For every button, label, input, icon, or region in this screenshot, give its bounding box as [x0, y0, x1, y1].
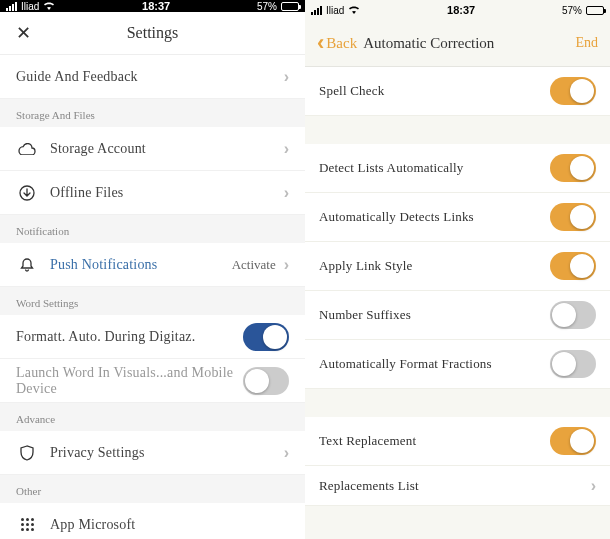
end-button[interactable]: End: [575, 35, 598, 51]
back-button[interactable]: Back: [326, 35, 357, 52]
format-auto-row: Formatt. Auto. During Digitaz.: [0, 315, 305, 359]
bell-icon: [16, 257, 38, 273]
chevron-right-icon: ›: [284, 184, 289, 202]
format-fractions-row: Automatically Format Fractions: [305, 340, 610, 389]
replacements-list-row[interactable]: Replacements List ›: [305, 466, 610, 506]
row-label: Spell Check: [319, 83, 550, 99]
chevron-right-icon: ›: [284, 68, 289, 86]
grid-icon: [16, 518, 38, 531]
launch-word-toggle[interactable]: [243, 367, 289, 395]
status-time: 18:37: [142, 0, 170, 12]
status-bar: Iliad 18:37 57%: [305, 0, 610, 20]
text-replacement-toggle[interactable]: [550, 427, 596, 455]
settings-header: ✕ Settings: [0, 12, 305, 55]
section-other: Other: [0, 475, 305, 503]
text-replacement-row: Text Replacement: [305, 417, 610, 466]
offline-files-row[interactable]: Offline Files ›: [0, 171, 305, 215]
detect-lists-row: Detect Lists Automatically: [305, 144, 610, 193]
row-label: Text Replacement: [319, 433, 550, 449]
number-suffixes-toggle[interactable]: [550, 301, 596, 329]
battery-pct: 57%: [257, 1, 277, 12]
signal-icon: [311, 6, 322, 15]
row-value: Activate: [232, 257, 276, 273]
row-label: Number Suffixes: [319, 307, 550, 323]
autocorrect-header: ‹ Back Automatic Correction End: [305, 20, 610, 67]
status-time: 18:37: [447, 4, 475, 16]
section-storage: Storage And Files: [0, 99, 305, 127]
row-label: Privacy Settings: [50, 445, 284, 461]
carrier-label: Iliad: [21, 1, 39, 12]
row-label: Guide And Feedback: [16, 69, 284, 85]
close-icon[interactable]: ✕: [16, 22, 31, 44]
detect-links-toggle[interactable]: [550, 203, 596, 231]
download-icon: [16, 185, 38, 201]
status-bar: Iliad 18:37 57%: [0, 0, 305, 12]
signal-icon: [6, 2, 17, 11]
section-gap: [305, 116, 610, 144]
battery-icon: [586, 6, 604, 15]
chevron-right-icon: ›: [591, 477, 596, 495]
format-auto-toggle[interactable]: [243, 323, 289, 351]
autocorrect-screen: Iliad 18:37 57% ‹ Back Automatic Correct…: [305, 0, 610, 539]
apply-link-style-toggle[interactable]: [550, 252, 596, 280]
battery-pct: 57%: [562, 5, 582, 16]
format-fractions-toggle[interactable]: [550, 350, 596, 378]
spell-check-toggle[interactable]: [550, 77, 596, 105]
row-label: Launch Word In Visuals...and Mobile Devi…: [16, 365, 243, 397]
chevron-right-icon: ›: [284, 256, 289, 274]
carrier-label: Iliad: [326, 5, 344, 16]
row-label: Automatically Format Fractions: [319, 356, 550, 372]
app-microsoft-row[interactable]: App Microsoft: [0, 503, 305, 539]
section-word: Word Settings: [0, 287, 305, 315]
number-suffixes-row: Number Suffixes: [305, 291, 610, 340]
storage-account-row[interactable]: Storage Account ›: [0, 127, 305, 171]
spell-check-row: Spell Check: [305, 67, 610, 116]
section-notification: Notification: [0, 215, 305, 243]
wifi-icon: [348, 5, 360, 16]
settings-screen: Iliad 18:37 57% ✕ Settings Guide And Fee…: [0, 0, 305, 539]
page-title: Settings: [16, 24, 289, 42]
row-label: Detect Lists Automatically: [319, 160, 550, 176]
section-advance: Advance: [0, 403, 305, 431]
row-label: App Microsoft: [50, 517, 289, 533]
detect-links-row: Automatically Detects Links: [305, 193, 610, 242]
section-gap: [305, 389, 610, 417]
shield-icon: [16, 445, 38, 461]
row-label: Automatically Detects Links: [319, 209, 550, 225]
launch-word-row: Launch Word In Visuals...and Mobile Devi…: [0, 359, 305, 403]
row-label: Apply Link Style: [319, 258, 550, 274]
chevron-right-icon: ›: [284, 444, 289, 462]
push-notifications-row[interactable]: Push Notifications Activate ›: [0, 243, 305, 287]
row-label: Push Notifications: [50, 257, 232, 273]
page-title: Automatic Correction: [363, 35, 575, 52]
privacy-settings-row[interactable]: Privacy Settings ›: [0, 431, 305, 475]
battery-icon: [281, 2, 299, 11]
row-label: Offline Files: [50, 185, 284, 201]
guide-feedback-row[interactable]: Guide And Feedback ›: [0, 55, 305, 99]
row-label: Storage Account: [50, 141, 284, 157]
chevron-left-icon[interactable]: ‹: [317, 30, 324, 56]
detect-lists-toggle[interactable]: [550, 154, 596, 182]
wifi-icon: [43, 1, 55, 12]
apply-link-style-row: Apply Link Style: [305, 242, 610, 291]
chevron-right-icon: ›: [284, 140, 289, 158]
cloud-icon: [16, 143, 38, 155]
row-label: Formatt. Auto. During Digitaz.: [16, 329, 243, 345]
row-label: Replacements List: [319, 478, 591, 494]
